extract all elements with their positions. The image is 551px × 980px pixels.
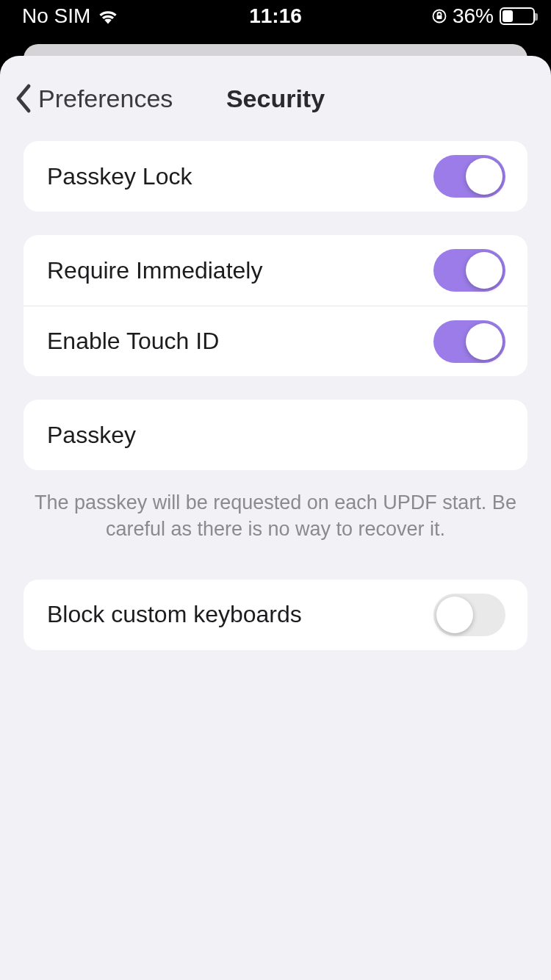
enable-touch-id-toggle[interactable] xyxy=(433,320,505,363)
group-lock-options: Require Immediately Enable Touch ID xyxy=(24,235,527,376)
passkey-label: Passkey xyxy=(47,422,136,449)
block-custom-keyboards-toggle[interactable] xyxy=(433,594,505,636)
back-label: Preferences xyxy=(38,84,173,113)
group-passkey-lock: Passkey Lock xyxy=(24,141,527,212)
status-bar: No SIM 11:16 36% xyxy=(0,0,551,32)
sim-status: No SIM xyxy=(22,4,90,28)
chevron-left-icon xyxy=(13,83,34,114)
status-right: 36% xyxy=(432,4,535,28)
require-immediately-toggle[interactable] xyxy=(433,249,505,292)
passkey-footer-text: The passkey will be requested on each UP… xyxy=(24,489,527,543)
row-require-immediately: Require Immediately xyxy=(24,235,527,306)
passkey-lock-label: Passkey Lock xyxy=(47,163,192,190)
group-keyboard: Block custom keyboards xyxy=(24,580,527,650)
status-time: 11:16 xyxy=(249,4,302,28)
passkey-lock-toggle[interactable] xyxy=(433,155,505,198)
row-passkey[interactable]: Passkey xyxy=(24,400,527,470)
page-title: Security xyxy=(226,84,325,113)
enable-touch-id-label: Enable Touch ID xyxy=(47,328,219,355)
block-custom-keyboards-label: Block custom keyboards xyxy=(47,601,302,628)
row-enable-touch-id: Enable Touch ID xyxy=(24,306,527,376)
row-block-custom-keyboards: Block custom keyboards xyxy=(24,580,527,650)
orientation-lock-icon xyxy=(432,9,447,24)
wifi-icon xyxy=(98,8,118,24)
battery-icon xyxy=(500,7,535,25)
settings-sheet: Preferences Security Passkey Lock Requir… xyxy=(0,56,551,980)
status-left: No SIM xyxy=(22,4,118,28)
battery-percent: 36% xyxy=(453,4,494,28)
back-button[interactable]: Preferences xyxy=(0,83,173,114)
settings-content: Passkey Lock Require Immediately Enable … xyxy=(0,141,551,650)
nav-bar: Preferences Security xyxy=(0,56,551,141)
group-passkey: Passkey xyxy=(24,400,527,470)
svg-rect-1 xyxy=(436,15,442,19)
row-passkey-lock: Passkey Lock xyxy=(24,141,527,212)
require-immediately-label: Require Immediately xyxy=(47,257,262,284)
